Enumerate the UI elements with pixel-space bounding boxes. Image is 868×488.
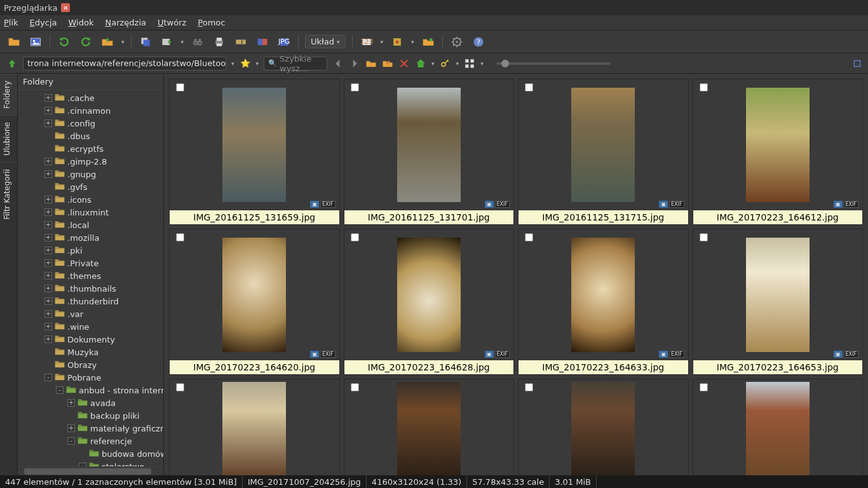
path-history-dropdown[interactable]: ▾ (231, 60, 234, 67)
tree-node[interactable]: -stolarstwo (18, 460, 163, 466)
expand-toggle[interactable]: + (44, 297, 52, 305)
expand-toggle[interactable]: + (44, 336, 52, 343)
copy-image-button[interactable] (138, 34, 153, 50)
jpeg-button[interactable]: JPG (276, 34, 292, 50)
close-button[interactable]: ✕ (61, 3, 70, 12)
expand-toggle[interactable]: + (44, 208, 52, 216)
expand-toggle[interactable]: + (67, 399, 75, 407)
expand-toggle[interactable]: + (67, 424, 75, 432)
tree-node[interactable]: +.cache (18, 92, 163, 104)
tree-node[interactable]: +.pki (18, 244, 163, 257)
expand-toggle[interactable]: - (67, 437, 75, 445)
dropdown-icon[interactable]: ▾ (256, 60, 259, 67)
expand-toggle[interactable]: + (44, 158, 52, 165)
slider-thumb[interactable] (501, 60, 509, 67)
dropdown-icon[interactable]: ▾ (121, 39, 125, 45)
new-folder-icon[interactable] (365, 56, 377, 71)
menu-plik[interactable]: Plik (4, 18, 18, 27)
dropdown-icon[interactable]: ▾ (381, 39, 384, 45)
nav-back-button[interactable] (332, 56, 344, 71)
thumbnail-cell[interactable]: ▣EXIFIMG_20170223_164653.jpg (693, 229, 864, 375)
thumbnail-size-slider[interactable] (496, 62, 611, 65)
folder-mark-button[interactable] (421, 34, 436, 50)
tree-node[interactable]: +.themes (18, 269, 163, 282)
bookmark-icon[interactable]: ⭐ (240, 56, 251, 71)
tree-node[interactable]: +.wine (18, 320, 163, 333)
tree-node[interactable]: +.config (18, 117, 163, 130)
convert-button[interactable] (255, 34, 270, 50)
thumbnail-cell[interactable] (518, 379, 689, 475)
expand-toggle[interactable]: + (44, 272, 52, 280)
path-field[interactable]: trona internetowa/referencje/stolarstwo/… (23, 57, 226, 71)
tree-node[interactable]: +materiały graficzne (18, 422, 163, 435)
tree-node[interactable]: +.thunderbird (18, 295, 163, 308)
tree-node[interactable]: Obrazy (18, 358, 163, 371)
print-button[interactable] (212, 34, 227, 50)
menu-widok[interactable]: Widok (69, 18, 94, 27)
tree-node[interactable]: -Pobrane (18, 371, 163, 384)
sidetab-1[interactable]: Ulubione (0, 115, 17, 162)
thumbnail-cell[interactable] (693, 379, 864, 475)
menu-edycja[interactable]: Edycja (30, 18, 57, 27)
tree-node[interactable]: +.Private (18, 257, 163, 269)
dropdown-icon[interactable]: ▾ (431, 60, 435, 67)
refresh-cw-button[interactable] (78, 34, 93, 50)
help-button[interactable]: ? (471, 34, 486, 50)
view-grid-icon[interactable] (464, 56, 475, 71)
expand-toggle[interactable]: + (44, 259, 52, 267)
move-button[interactable] (159, 34, 175, 50)
folder-tree[interactable]: +.cache+.cinnamon+.config.dbus.ecryptfs+… (18, 90, 163, 466)
tree-node[interactable]: Muzyka (18, 346, 163, 358)
menu-narzędzia[interactable]: Narzędzia (105, 18, 146, 27)
expand-toggle[interactable]: + (44, 285, 52, 292)
layout-dropdown[interactable]: Układ▾ (305, 35, 346, 48)
folder-edit-icon[interactable] (382, 56, 393, 71)
expand-toggle[interactable]: + (44, 94, 52, 102)
expand-toggle[interactable]: - (44, 374, 52, 381)
binoculars-icon[interactable] (190, 34, 205, 50)
thumbnail-cell[interactable]: ▣EXIFIMG_20170223_164633.jpg (518, 229, 689, 375)
home-icon[interactable] (415, 56, 426, 71)
refresh-ccw-button[interactable] (57, 34, 72, 50)
image-button[interactable] (28, 34, 43, 50)
tree-node[interactable]: budowa domów (18, 447, 163, 460)
sidetab-0[interactable]: Foldery (0, 74, 17, 115)
dropdown-icon[interactable]: ▾ (181, 39, 184, 45)
expand-toggle[interactable]: + (44, 234, 52, 241)
tree-node[interactable]: +.gimp-2.8 (18, 155, 163, 168)
expand-toggle[interactable]: + (44, 247, 52, 254)
dropdown-icon[interactable]: ▾ (456, 60, 459, 67)
tag-button[interactable]: 123 (359, 34, 374, 50)
dropdown-icon[interactable]: ▾ (411, 39, 414, 45)
settings-button[interactable] (449, 34, 465, 50)
expand-toggle[interactable]: + (44, 119, 52, 127)
key-icon[interactable] (440, 56, 451, 71)
thumbnail-cell[interactable]: ▣EXIFIMG_20170223_164612.jpg (693, 79, 864, 225)
dropdown-icon[interactable]: ▾ (480, 60, 484, 67)
fullscreen-icon[interactable] (853, 56, 862, 71)
expand-toggle[interactable]: + (44, 221, 52, 229)
expand-toggle[interactable]: - (56, 386, 64, 394)
color-tag-button[interactable] (390, 34, 405, 50)
go-up-icon[interactable] (6, 58, 18, 69)
quick-search-field[interactable]: Szybkie wysz… (264, 57, 327, 71)
delete-icon[interactable] (398, 56, 410, 71)
thumbnail-cell[interactable]: ▣EXIFIMG_20170223_164628.jpg (344, 229, 515, 375)
expand-toggle[interactable]: + (44, 196, 52, 203)
tree-node[interactable]: +.mozilla (18, 231, 163, 244)
tree-node[interactable]: +Dokumenty (18, 333, 163, 346)
nav-forward-button[interactable] (349, 56, 360, 71)
folder-up-button[interactable] (100, 34, 115, 50)
tree-node[interactable]: +.icons (18, 193, 163, 206)
tree-node[interactable]: +.linuxmint (18, 206, 163, 219)
tree-node[interactable]: .ecryptfs (18, 142, 163, 155)
thumbnail-cell[interactable]: ▣EXIFIMG_20170223_164620.jpg (169, 229, 340, 375)
menu-utwórz[interactable]: Utwórz (158, 18, 186, 27)
tree-node[interactable]: -referencje (18, 435, 163, 447)
tree-node[interactable]: +.local (18, 219, 163, 231)
expand-toggle[interactable]: + (44, 323, 52, 330)
tree-node[interactable]: +.var (18, 308, 163, 320)
sidetab-2[interactable]: Filtr Kategorii (0, 162, 17, 226)
thumbnail-cell[interactable] (169, 379, 340, 475)
tree-node[interactable]: backup pliki (18, 409, 163, 422)
